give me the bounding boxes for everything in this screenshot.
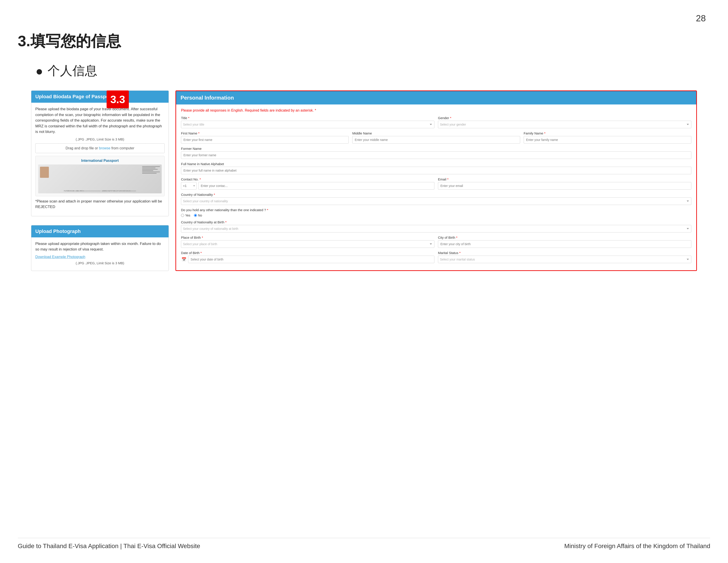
dob-marital-row: Date of Birth * 📅 Marital Status * Selec…	[181, 251, 691, 263]
first-name-label: First Name *	[181, 131, 349, 135]
full-name-native-label: Full Name in Native Alphabet	[181, 162, 691, 166]
drag-drop-suffix: from computer	[111, 146, 134, 150]
contact-label: Contact No. *	[181, 177, 434, 181]
full-name-native-row: Full Name in Native Alphabet	[181, 162, 691, 174]
family-name-required: *	[544, 131, 545, 135]
nationality-group: Country of Nationality * Select your cou…	[181, 193, 691, 205]
contact-input-row: +1	[181, 182, 434, 189]
gender-select[interactable]: Select your gender	[438, 121, 691, 128]
nationality-birth-label: Country of Nationality at Birth *	[181, 220, 691, 224]
passport-title: International Passport	[38, 159, 162, 163]
passport-mrz: P<UTOERIKSSON<<ANNA<MARIA<<<<<<<<<<<<<<<…	[38, 190, 162, 191]
marital-status-select[interactable]: Select your marital status	[438, 255, 691, 263]
city-of-birth-group: City of Birth *	[438, 235, 691, 248]
form-header: Personal Information	[176, 91, 696, 104]
contact-email-row: Contact No. * +1 Email *	[181, 177, 691, 189]
biodata-description: Please upload the biodata page of your t…	[35, 106, 165, 135]
email-label: Email *	[438, 177, 691, 181]
radio-yes-option[interactable]: Yes	[181, 213, 190, 217]
date-of-birth-label: Date of Birth *	[181, 251, 434, 255]
page-number: 28	[696, 13, 706, 23]
nationality-birth-group: Country of Nationality at Birth * Select…	[181, 220, 691, 232]
drag-drop-area[interactable]: Drag and drop file or browse from comput…	[35, 143, 165, 153]
photo-card-body: Please upload appropriate photograph tak…	[31, 237, 169, 271]
nationality-row: Country of Nationality * Select your cou…	[181, 193, 691, 205]
warning-text: *Please scan and attach in proper manner…	[35, 198, 165, 210]
left-panel: 3.3 Upload Biodata Page of Passport Plea…	[31, 90, 169, 271]
other-nationality-row: Do you hold any other nationality than t…	[181, 208, 691, 217]
marital-status-label: Marital Status *	[438, 251, 691, 255]
other-nationality-required: *	[267, 208, 268, 212]
marital-status-required: *	[459, 251, 461, 255]
family-name-label: Family Name *	[524, 131, 691, 135]
city-of-birth-label: City of Birth *	[438, 235, 691, 239]
date-input-row: 📅	[181, 255, 434, 263]
birth-row: Place of Birth * Select your place of bi…	[181, 235, 691, 248]
place-of-birth-select[interactable]: Select your place of birth	[181, 240, 434, 248]
marital-status-group: Marital Status * Select your marital sta…	[438, 251, 691, 263]
radio-no-label: No	[198, 213, 202, 217]
first-name-required: *	[198, 131, 200, 135]
radio-yes-input[interactable]	[181, 214, 184, 217]
first-name-group: First Name *	[181, 131, 349, 143]
radio-yes-label: Yes	[185, 213, 190, 217]
family-name-group: Family Name *	[524, 131, 691, 143]
drag-drop-text: Drag and drop file or	[66, 146, 98, 150]
passport-preview: International Passport P<UTOERIKSSON<<AN…	[35, 156, 165, 196]
date-of-birth-input[interactable]	[188, 255, 434, 263]
nationality-select[interactable]: Select your country of nationality	[181, 197, 691, 205]
main-content: 3.3 Upload Biodata Page of Passport Plea…	[18, 90, 710, 271]
date-of-birth-group: Date of Birth * 📅	[181, 251, 434, 263]
calendar-icon: 📅	[181, 256, 187, 262]
nationality-birth-row: Country of Nationality at Birth * Select…	[181, 220, 691, 232]
middle-name-group: Middle Name	[352, 131, 520, 143]
title-select[interactable]: Select your title	[181, 121, 434, 128]
email-input[interactable]	[438, 182, 691, 189]
place-of-birth-required: *	[202, 235, 203, 239]
city-of-birth-required: *	[456, 235, 457, 239]
passport-photo-area	[40, 167, 49, 178]
nationality-required: *	[214, 193, 215, 196]
photo-description: Please upload appropriate photograph tak…	[35, 241, 165, 252]
download-example-link[interactable]: Download Example Photograph	[35, 255, 85, 259]
title-required: *	[188, 116, 189, 120]
middle-name-input[interactable]	[352, 136, 520, 143]
email-group: Email *	[438, 177, 691, 189]
name-row: First Name * Middle Name Family Name *	[181, 131, 691, 143]
title-gender-row: Title * Select your title Gender * Selec…	[181, 116, 691, 128]
phone-prefix-select[interactable]: +1	[181, 182, 197, 189]
upload-biodata-card: Upload Biodata Page of Passport Please u…	[31, 90, 169, 216]
radio-no-option[interactable]: No	[194, 213, 202, 217]
date-of-birth-required: *	[201, 251, 202, 255]
full-name-native-input[interactable]	[181, 167, 691, 174]
city-of-birth-input[interactable]	[438, 240, 691, 248]
family-name-input[interactable]	[524, 136, 691, 143]
nationality-birth-select[interactable]: Select your country of nationality at bi…	[181, 225, 691, 232]
place-of-birth-label: Place of Birth *	[181, 235, 434, 239]
file-info-text: (.JPG .JPEG, Limit Size is 3 MB)	[35, 137, 165, 141]
section-number-badge: 3.3	[107, 90, 129, 108]
nationality-label: Country of Nationality *	[181, 193, 691, 196]
photo-card-header: Upload Photograph	[31, 225, 169, 237]
personal-info-panel: Personal Information Please provide all …	[175, 90, 697, 271]
full-name-native-group: Full Name in Native Alphabet	[181, 162, 691, 174]
contact-input[interactable]	[198, 182, 434, 189]
radio-no-input[interactable]	[194, 214, 197, 217]
form-body: Please provide all responses in English.…	[176, 104, 696, 270]
gender-label: Gender *	[438, 116, 691, 120]
former-name-input[interactable]	[181, 151, 691, 159]
former-name-label: Former Name	[181, 147, 691, 150]
nationality-birth-required: *	[225, 220, 227, 224]
browse-link[interactable]: browse	[99, 146, 111, 150]
bullet-item: ● 个人信息	[36, 62, 710, 79]
title-group: Title * Select your title	[181, 116, 434, 128]
first-name-input[interactable]	[181, 136, 349, 143]
former-name-row: Former Name	[181, 147, 691, 159]
place-of-birth-group: Place of Birth * Select your place of bi…	[181, 235, 434, 248]
footer-right: Ministry of Foreign Affairs of the Kingd…	[564, 543, 710, 550]
other-nationality-group: Do you hold any other nationality than t…	[181, 208, 691, 217]
form-instruction: Please provide all responses in English.…	[181, 108, 691, 112]
section-title: 3.填写您的信息	[18, 31, 710, 51]
contact-required: *	[199, 177, 201, 181]
footer: Guide to Thailand E-Visa Application | T…	[18, 538, 710, 550]
